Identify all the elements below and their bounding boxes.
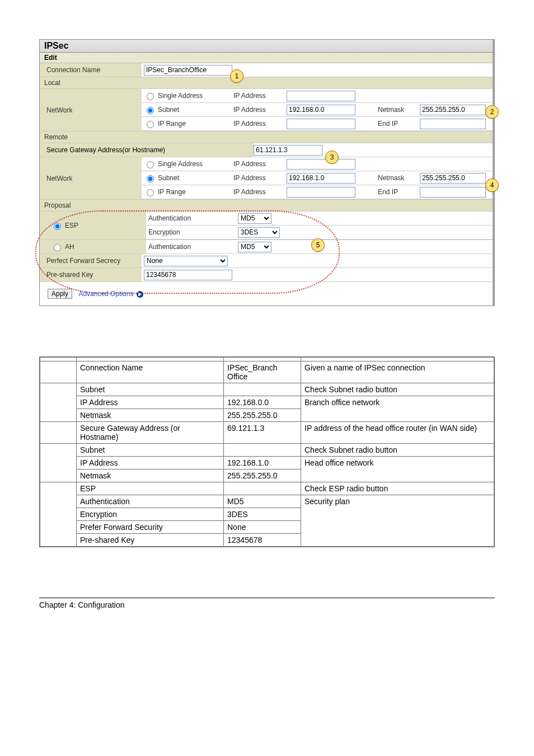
- remote-subnet-mask-input[interactable]: [420, 173, 486, 184]
- callout-3: 3: [325, 151, 339, 164]
- local-section: Local: [40, 77, 493, 89]
- remote-subnet-label: Subnet: [158, 174, 179, 182]
- esp-auth-select[interactable]: MD5: [238, 213, 271, 224]
- t-val: 3DES: [224, 508, 301, 521]
- remote-range-radio[interactable]: [147, 189, 154, 196]
- t-desc: Given a name of IPSec connection: [301, 361, 495, 383]
- t-desc: Security plan: [301, 495, 495, 547]
- t-field: Connection Name: [77, 361, 224, 383]
- t-val: [224, 444, 301, 457]
- pfs-select[interactable]: None: [144, 256, 228, 266]
- remote-subnet-radio[interactable]: [147, 175, 154, 182]
- t-val: None: [224, 521, 301, 534]
- t-field: Authentication: [77, 495, 224, 508]
- callout-1: 1: [230, 69, 243, 83]
- t-val: 69.121.1.3: [224, 422, 301, 444]
- remote-range-start-input[interactable]: [287, 187, 355, 198]
- label-ipaddress: IP Address: [233, 188, 287, 196]
- t-field: Secure Gateway Address (or Hostname): [77, 422, 224, 444]
- esp-radio[interactable]: [54, 223, 61, 230]
- label-ipaddress: IP Address: [233, 160, 287, 168]
- label-ipaddress: IP Address: [233, 92, 287, 100]
- remote-gateway-input[interactable]: [254, 145, 322, 156]
- ah-auth-select[interactable]: MD5: [238, 242, 271, 252]
- local-single-radio[interactable]: [147, 93, 154, 100]
- page-footer: Chapter 4: Configuration: [39, 598, 495, 609]
- t-desc: IP address of the head office router (in…: [301, 422, 495, 444]
- t-val: [224, 482, 301, 495]
- ipsec-form: IPSec Edit Connection Name Local NetWork…: [39, 39, 495, 306]
- esp-auth-label: Authentication: [146, 214, 238, 222]
- advanced-options-link[interactable]: Advanced Options: [78, 290, 133, 298]
- local-single-label: Single Address: [158, 92, 203, 100]
- local-network-label: NetWork: [40, 89, 142, 131]
- t-desc: Check ESP radio button: [301, 482, 495, 495]
- local-range-end-input[interactable]: [420, 119, 486, 129]
- apply-button[interactable]: Apply: [48, 289, 72, 299]
- t-field: Netmask: [77, 409, 224, 422]
- t-field: Netmask: [77, 469, 224, 482]
- label-ipaddress: IP Address: [233, 106, 287, 114]
- t-field: IP Address: [77, 457, 224, 469]
- local-subnet-label: Subnet: [158, 106, 179, 114]
- t-field: IP Address: [77, 396, 224, 409]
- pfs-label: Perfect Forward Secrecy: [40, 254, 142, 267]
- t-field: Encryption: [77, 508, 224, 521]
- remote-single-ip-input[interactable]: [287, 159, 355, 170]
- connection-name-label: Connection Name: [40, 63, 142, 77]
- t-val: 192.168.0.0: [224, 396, 301, 409]
- ah-radio[interactable]: [54, 244, 61, 251]
- t-val: 255.255.255.0: [224, 469, 301, 482]
- esp-enc-label: Encryption: [146, 228, 238, 236]
- psk-label: Pre-shared Key: [40, 268, 142, 281]
- label-netmask: Netmask: [378, 106, 420, 114]
- callout-4: 4: [485, 179, 499, 192]
- t-val: 255.255.255.0: [224, 409, 301, 422]
- t-val: IPSec_Branch Office: [224, 361, 301, 383]
- panel-title: IPSec: [40, 40, 493, 53]
- remote-network-label: NetWork: [40, 157, 142, 199]
- remote-range-end-input[interactable]: [420, 187, 486, 198]
- label-end-ip: End IP: [378, 188, 420, 196]
- esp-label: ESP: [65, 222, 78, 229]
- t-desc: Branch office network: [301, 396, 495, 422]
- connection-name-input[interactable]: [144, 65, 232, 76]
- label-ipaddress: IP Address: [233, 174, 287, 182]
- local-range-start-input[interactable]: [287, 119, 355, 129]
- remote-subnet-ip-input[interactable]: [287, 173, 355, 184]
- t-desc: Check Subnet radio button: [301, 383, 495, 396]
- remote-section: Remote: [40, 132, 493, 143]
- t-desc: Check Subnet radio button: [301, 444, 495, 457]
- label-netmask: Netmask: [378, 174, 420, 182]
- local-range-label: IP Range: [158, 120, 186, 128]
- esp-enc-select[interactable]: 3DES: [238, 227, 280, 238]
- t-field: Subnet: [77, 383, 224, 396]
- local-subnet-radio[interactable]: [147, 107, 154, 114]
- proposal-section: Proposal: [40, 200, 493, 212]
- label-end-ip: End IP: [378, 120, 420, 128]
- t-val: [224, 383, 301, 396]
- callout-2: 2: [485, 105, 499, 119]
- t-val: 192.168.1.0: [224, 457, 301, 469]
- arrow-right-icon: [137, 291, 143, 298]
- t-field: Subnet: [77, 444, 224, 457]
- remote-gateway-label: Secure Gateway Address(or Hostname): [40, 143, 254, 157]
- local-subnet-mask-input[interactable]: [420, 105, 486, 115]
- remote-range-label: IP Range: [158, 188, 186, 196]
- t-desc: Head office network: [301, 457, 495, 482]
- t-field: Pre-shared Key: [77, 534, 224, 547]
- local-single-ip-input[interactable]: [287, 91, 355, 101]
- t-field: Prefer Forward Security: [77, 521, 224, 534]
- t-val: 12345678: [224, 534, 301, 547]
- description-table: Connection Name IPSec_Branch Office Give…: [39, 356, 495, 547]
- remote-single-label: Single Address: [158, 160, 203, 168]
- psk-input[interactable]: [144, 270, 232, 280]
- ah-label: AH: [65, 243, 74, 251]
- local-subnet-ip-input[interactable]: [287, 105, 355, 115]
- callout-5: 5: [311, 238, 325, 252]
- remote-single-radio[interactable]: [147, 161, 154, 168]
- t-val: MD5: [224, 495, 301, 508]
- ah-auth-label: Authentication: [146, 243, 238, 251]
- local-range-radio[interactable]: [147, 121, 154, 128]
- label-ipaddress: IP Address: [233, 120, 287, 128]
